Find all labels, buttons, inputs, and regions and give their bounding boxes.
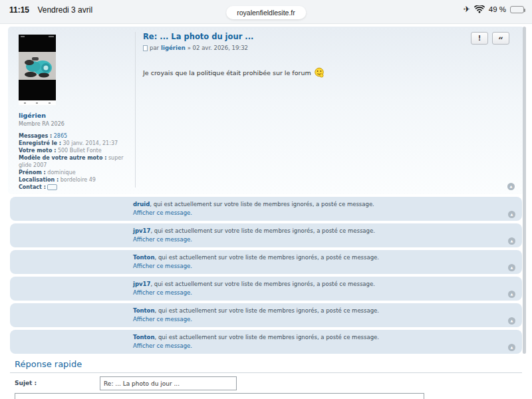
subject-label: Sujet :	[15, 380, 37, 386]
profile-fields: Messages : 2865 Enregistré le : 30 janv.…	[19, 132, 133, 191]
profile-field-contact: Contact :	[19, 184, 133, 191]
date-label: Vendredi 3 avril	[37, 5, 92, 15]
scroll-to-top-icon[interactable]: ▲	[508, 211, 515, 218]
scrollbar[interactable]	[523, 27, 526, 354]
avatar	[19, 35, 56, 105]
show-message-link[interactable]: Afficher ce message.	[133, 342, 522, 350]
post-author-link[interactable]: ligérien	[161, 45, 186, 51]
show-message-link[interactable]: Afficher ce message.	[133, 262, 522, 271]
scroll-to-top-icon[interactable]: ▲	[508, 237, 515, 245]
ignored-message-row: Tonton, qui est actuellement sur votre l…	[10, 303, 522, 327]
profile-username-link[interactable]: ligérien	[19, 112, 133, 119]
post-toolbar: ! “	[471, 32, 509, 45]
show-message-link[interactable]: Afficher ce message.	[133, 235, 522, 244]
show-message-link[interactable]: Afficher ce message.	[133, 289, 522, 297]
ignored-username-link[interactable]: Tonton	[133, 254, 155, 261]
quote-post-button[interactable]: “	[492, 32, 509, 45]
quick-reply-divider	[10, 372, 522, 373]
status-left: 11:15 Vendredi 3 avril	[9, 5, 92, 15]
ignored-message-row: Tonton, qui est actuellement sur votre l…	[10, 330, 522, 354]
battery-percent: 49 %	[489, 5, 506, 13]
motorcycle-image	[19, 52, 56, 80]
profile-content-divider	[135, 32, 136, 188]
ignored-message-row: druid, qui est actuellement sur votre li…	[10, 197, 522, 221]
scroll-to-top-icon[interactable]: ▲	[508, 317, 515, 325]
ignored-username-link[interactable]: jpv17	[133, 227, 150, 234]
ignored-message-row: jpv17, qui est actuellement sur votre li…	[10, 277, 522, 301]
clock: 11:15	[9, 5, 29, 15]
wifi-icon	[474, 5, 485, 13]
address-bar[interactable]: royalenfieldlesite.fr	[226, 6, 306, 19]
scroll-to-top-icon[interactable]: ▲	[508, 291, 515, 298]
post-content: Re: ... La photo du jour ... par ligérie…	[143, 32, 462, 78]
profile-field-firstname: Prénom : dominique	[19, 169, 133, 176]
post-title[interactable]: Re: ... La photo du jour ...	[143, 32, 462, 41]
show-message-link[interactable]: Afficher ce message.	[133, 315, 522, 324]
status-bar: 11:15 Vendredi 3 avril royalenfieldlesit…	[0, 0, 532, 24]
contact-pm-icon[interactable]	[47, 184, 57, 190]
post-panel: ligérien Membre RA 2026 Messages : 2865 …	[8, 27, 524, 194]
scroll-to-top-icon[interactable]: ▲	[507, 183, 515, 190]
show-message-link[interactable]: Afficher ce message.	[133, 209, 522, 217]
scroll-to-top-icon[interactable]: ▲	[508, 344, 515, 351]
ignored-message-row: Tonton, qui est actuellement sur votre l…	[10, 250, 522, 274]
report-post-button[interactable]: !	[471, 32, 488, 45]
post-body: Je croyais que la politique était prohib…	[143, 67, 462, 78]
profile-field-location: Localisation : bordeloire 49	[19, 176, 133, 184]
post-page-icon	[143, 45, 148, 51]
quote-icon: “	[498, 34, 503, 43]
whistle-smiley-icon	[314, 67, 325, 78]
profile-field-other-moto: Modèle de votre autre moto : super glide…	[19, 154, 133, 169]
post-date: » 02 avr. 2026, 19:32	[188, 45, 248, 51]
battery-icon	[510, 6, 524, 13]
profile-field-messages: Messages : 2865	[19, 132, 133, 140]
post-meta: par ligérien » 02 avr. 2026, 19:32	[143, 45, 462, 51]
ignored-message-row: jpv17, qui est actuellement sur votre li…	[10, 223, 522, 247]
profile-field-registered: Enregistré le : 30 janv. 2014, 21:37	[19, 140, 133, 147]
safari-ipad-page: 11:15 Vendredi 3 avril royalenfieldlesit…	[0, 0, 532, 399]
profile-column: ligérien Membre RA 2026 Messages : 2865 …	[19, 35, 133, 191]
messages-count-link[interactable]: 2865	[54, 133, 67, 139]
ignored-username-link[interactable]: druid	[133, 201, 150, 207]
ignored-username-link[interactable]: Tonton	[133, 307, 155, 314]
ignored-username-link[interactable]: jpv17	[133, 281, 150, 287]
airplane-mode-icon: ✈	[464, 5, 470, 13]
message-textarea[interactable]	[15, 393, 424, 399]
quick-reply-heading: Réponse rapide	[15, 359, 82, 369]
scroll-to-top-icon[interactable]: ▲	[508, 264, 515, 271]
status-right: ✈ 49 %	[464, 5, 524, 13]
profile-rank: Membre RA 2026	[19, 121, 133, 127]
ignored-username-link[interactable]: Tonton	[133, 334, 155, 340]
subject-input[interactable]	[100, 376, 237, 390]
profile-field-moto: Votre moto : 500 Bullet Fonte	[19, 147, 133, 154]
